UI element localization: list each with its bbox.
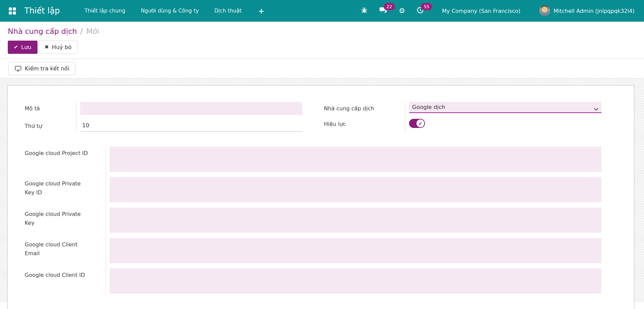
menu-translation[interactable]: Dịch thuật (207, 0, 249, 22)
active-label: Hiệu lực (324, 119, 405, 129)
user-name: Mitchell Admin (jnlpqpqk32l4) (553, 8, 635, 14)
menu-general-settings[interactable]: Thiết lập chung (77, 0, 133, 22)
label-separator-line (105, 147, 106, 293)
top-navbar: Thiết lập Thiết lập chung Người dùng & C… (0, 0, 644, 22)
messages-button[interactable]: 22 (375, 0, 391, 22)
breadcrumb: Nhà cung cấp dịch / Mới (8, 27, 644, 36)
monitor-icon (15, 66, 22, 72)
avatar (539, 5, 550, 16)
company-name: My Company (San Francisco) (442, 8, 520, 14)
project-id-textarea[interactable] (110, 147, 601, 172)
control-panel: Nhà cung cấp dịch / Mới ✔ Lưu ✖ Huỷ bỏ (0, 22, 644, 54)
breadcrumb-separator: / (80, 27, 82, 36)
field-row-active: Hiệu lực ✔ (324, 119, 601, 129)
save-button-label: Lưu (21, 44, 31, 50)
breadcrumb-parent-link[interactable]: Nhà cung cấp dịch (8, 27, 77, 36)
field-row-client-email: Google cloud Client Email (25, 238, 601, 263)
form-sheet: Mô tả Thứ tự Nhà cung cấp dịch (7, 85, 634, 309)
save-button[interactable]: ✔ Lưu (8, 41, 38, 54)
apps-grid-icon (9, 7, 16, 15)
app-title[interactable]: Thiết lập (22, 6, 63, 16)
field-row-description: Mô tả (25, 102, 302, 115)
test-connection-label: Kiểm tra kết nối (25, 65, 69, 72)
private-key-id-textarea[interactable] (110, 177, 601, 202)
menu-plus-button[interactable]: + (249, 0, 273, 22)
provider-select[interactable]: Google dịch (409, 102, 601, 113)
field-row-private-key-id: Google cloud Private Key ID (25, 177, 601, 202)
user-menu[interactable]: Mitchell Admin (jnlpqpqk32l4) (538, 0, 636, 22)
toggle-check-icon: ✔ (416, 119, 424, 127)
provider-label: Nhà cung cấp dịch (324, 102, 405, 113)
client-email-label: Google cloud Client Email (25, 238, 105, 258)
private-key-label: Google cloud Private Key (25, 207, 105, 227)
client-id-label: Google cloud Client ID (25, 268, 105, 280)
menu-users-companies[interactable]: Người dùng & Công ty (133, 0, 207, 22)
company-switcher[interactable]: My Company (San Francisco) (434, 0, 528, 22)
field-row-provider: Nhà cung cấp dịch Google dịch (324, 102, 601, 113)
messages-badge: 22 (384, 3, 395, 10)
label-separator-line (76, 102, 76, 132)
field-row-client-id: Google cloud Client ID (25, 268, 601, 293)
check-icon: ✔ (14, 45, 18, 50)
systray: 22 ⚙ 55 (356, 0, 428, 22)
test-connection-button[interactable]: Kiểm tra kết nối (8, 62, 75, 75)
project-id-label: Google cloud Project ID (25, 147, 105, 158)
group-right: Nhà cung cấp dịch Google dịch Hiệu lự (324, 102, 601, 132)
action-buttons: ✔ Lưu ✖ Huỷ bỏ (8, 41, 644, 54)
settings-gear-button[interactable]: ⚙ (394, 0, 409, 22)
description-label: Mô tả (25, 102, 76, 113)
activities-badge: 55 (421, 3, 432, 10)
form-view-background: Mô tả Thứ tự Nhà cung cấp dịch (0, 79, 644, 302)
form-statusbar: Kiểm tra kết nối (0, 59, 644, 79)
client-id-textarea[interactable] (110, 268, 601, 293)
private-key-id-label: Google cloud Private Key ID (25, 177, 105, 197)
field-row-project-id: Google cloud Project ID (25, 147, 601, 172)
sequence-input[interactable] (80, 119, 302, 132)
active-toggle[interactable]: ✔ (409, 119, 425, 128)
close-icon: ✖ (45, 45, 49, 50)
client-email-textarea[interactable] (110, 238, 601, 263)
discard-button-label: Huỷ bỏ (52, 44, 71, 50)
apps-menu-button[interactable] (5, 0, 20, 22)
group-left: Mô tả Thứ tự (25, 102, 302, 132)
discard-button[interactable]: ✖ Huỷ bỏ (39, 41, 78, 54)
private-key-textarea[interactable] (110, 207, 601, 233)
field-row-sequence: Thứ tự (25, 119, 302, 132)
sequence-label: Thứ tự (25, 119, 76, 131)
main-menu: Thiết lập chung Người dùng & Công ty Dịc… (77, 0, 273, 22)
activities-button[interactable]: 55 (412, 0, 428, 22)
debug-button[interactable] (356, 0, 372, 22)
top-field-groups: Mô tả Thứ tự Nhà cung cấp dịch (25, 102, 601, 132)
gears-icon: ⚙ (399, 7, 405, 15)
group-google-cloud: Google cloud Project ID Google cloud Pri… (25, 147, 601, 293)
field-row-private-key: Google cloud Private Key (25, 207, 601, 233)
description-input[interactable] (80, 102, 302, 115)
breadcrumb-current: Mới (86, 27, 99, 36)
bug-icon (361, 7, 368, 15)
